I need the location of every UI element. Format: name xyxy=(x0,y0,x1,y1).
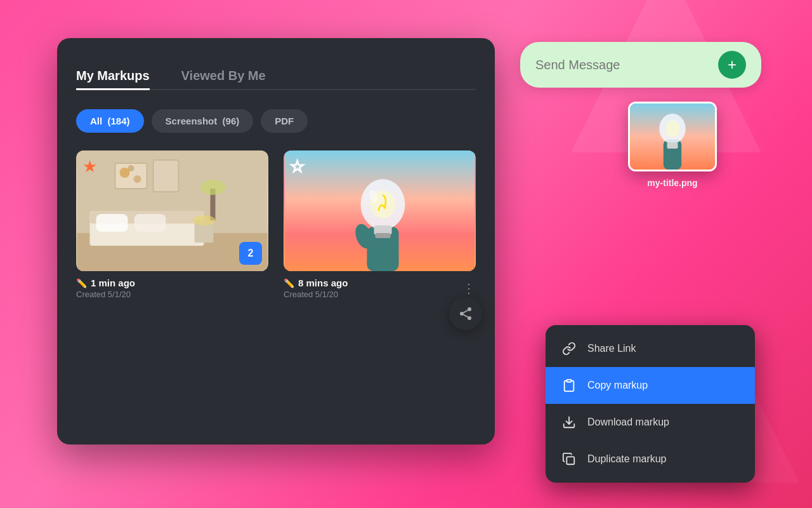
menu-label-share-link: Share Link xyxy=(587,343,636,354)
tab-my-markups[interactable]: My Markups xyxy=(76,64,150,90)
svg-point-33 xyxy=(665,120,680,137)
scene: My Markups Viewed By Me All (184) Screen… xyxy=(57,25,755,483)
menu-item-download-markup[interactable]: Download markup xyxy=(546,404,755,441)
card-lightbulb-time: ✏️ 8 mins ago xyxy=(284,277,476,288)
card-bedroom[interactable]: ★ 2 ✏️ 1 min ago Created 5/1/20 xyxy=(76,150,268,299)
svg-point-8 xyxy=(134,175,141,183)
filter-pdf[interactable]: PDF xyxy=(261,109,308,133)
svg-point-25 xyxy=(460,312,464,316)
card-lightbulb[interactable]: ☆ ✏️ 8 mins ago Created 5/1/20 ⋮ xyxy=(284,150,476,299)
svg-line-28 xyxy=(464,311,468,313)
duplicate-icon xyxy=(561,452,577,466)
svg-point-14 xyxy=(193,215,216,225)
card-lightbulb-star: ☆ xyxy=(290,157,304,177)
card-lightbulb-image: ☆ xyxy=(284,150,476,271)
filter-screenshot[interactable]: Screenshot (96) xyxy=(152,109,254,133)
card-bedroom-meta: ✏️ 1 min ago Created 5/1/20 xyxy=(76,277,268,299)
svg-point-12 xyxy=(200,180,226,195)
menu-item-share-link[interactable]: Share Link xyxy=(546,330,755,367)
svg-rect-32 xyxy=(667,142,678,148)
send-message-input[interactable] xyxy=(535,58,712,72)
share-icon xyxy=(458,306,473,321)
tab-viewed-by-me[interactable]: Viewed By Me xyxy=(181,64,266,90)
float-image-container: my-title.png xyxy=(628,102,717,188)
menu-label-copy-markup: Copy markup xyxy=(587,380,648,391)
card-bedroom-time: ✏️ 1 min ago xyxy=(76,277,268,288)
float-image-box xyxy=(628,102,717,171)
svg-rect-36 xyxy=(566,457,574,464)
svg-rect-34 xyxy=(566,380,571,382)
card-bedroom-star: ★ xyxy=(82,157,97,177)
link-icon xyxy=(561,342,577,356)
menu-item-copy-markup[interactable]: Copy markup xyxy=(546,367,755,404)
lightbulb-bg xyxy=(284,150,476,271)
pencil-icon-1: ✏️ xyxy=(76,278,87,288)
tabs-bar: My Markups Viewed By Me xyxy=(76,64,476,90)
plus-icon: + xyxy=(728,57,737,72)
context-menu: Share Link Copy markup Download markup xyxy=(546,325,755,483)
card-lightbulb-meta: ✏️ 8 mins ago Created 5/1/20 ⋮ xyxy=(284,277,476,299)
card-bedroom-image: ★ 2 xyxy=(76,150,268,271)
menu-item-duplicate-markup[interactable]: Duplicate markup xyxy=(546,441,755,478)
svg-point-26 xyxy=(468,316,471,320)
pencil-icon-2: ✏️ xyxy=(284,278,294,288)
svg-rect-4 xyxy=(96,214,128,232)
filter-bar: All (184) Screenshot (96) PDF xyxy=(76,109,476,133)
send-message-bubble: + xyxy=(520,42,761,88)
menu-label-duplicate-markup: Duplicate markup xyxy=(587,453,667,465)
download-icon xyxy=(561,415,577,429)
svg-point-24 xyxy=(468,307,471,311)
svg-line-27 xyxy=(464,315,468,318)
float-image-preview xyxy=(630,104,715,170)
markups-panel: My Markups Viewed By Me All (184) Screen… xyxy=(57,38,495,444)
card-lightbulb-menu[interactable]: ⋮ xyxy=(462,281,476,296)
float-image-title: my-title.png xyxy=(647,178,697,188)
svg-rect-21 xyxy=(376,233,391,238)
card-lightbulb-date: Created 5/1/20 xyxy=(284,290,476,299)
send-button[interactable]: + xyxy=(718,51,746,79)
cards-grid: ★ 2 ✏️ 1 min ago Created 5/1/20 xyxy=(76,150,476,299)
card-bedroom-badge: 2 xyxy=(239,242,262,265)
filter-all[interactable]: All (184) xyxy=(76,109,144,133)
svg-rect-10 xyxy=(154,160,179,192)
menu-label-download-markup: Download markup xyxy=(587,417,669,428)
clipboard-icon xyxy=(561,378,577,392)
svg-point-9 xyxy=(128,165,134,171)
card-bedroom-date: Created 5/1/20 xyxy=(76,290,268,299)
svg-rect-5 xyxy=(134,214,166,232)
share-fab[interactable] xyxy=(449,297,482,330)
